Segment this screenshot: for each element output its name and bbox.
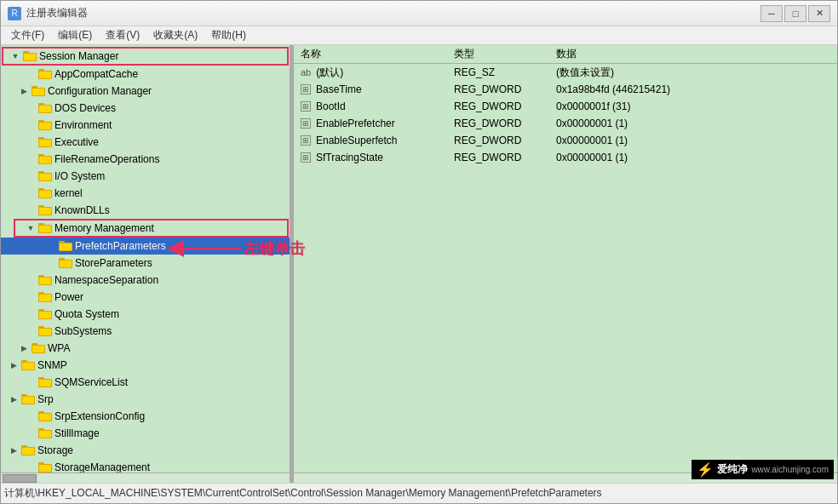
tree-item-label-srpextensionconfig: SrpExtensionConfig — [55, 410, 145, 422]
reg-icon-dword-sftracingstate: ⊞ — [301, 152, 311, 163]
tree-item-subsystems[interactable]: ▶ SubSystems — [1, 323, 290, 340]
tree-pane: ▼ Session Manager ▶ — [1, 45, 290, 483]
svg-rect-31 — [38, 223, 44, 226]
tree-item-snmp[interactable]: ▶ SNMP — [1, 357, 290, 374]
svg-rect-64 — [38, 411, 44, 414]
menu-help[interactable]: 帮助(H) — [204, 26, 253, 44]
tree-item-srpextensionconfig[interactable]: ▶ SrpExtensionConfig — [1, 408, 290, 425]
tree-item-label-appcompat: AppCompatCache — [55, 68, 138, 80]
tree-item-label-dosdevices: DOS Devices — [55, 102, 116, 114]
svg-rect-59 — [39, 380, 51, 387]
tree-item-sqmservicelist[interactable]: ▶ SQMServiceList — [1, 374, 290, 391]
tree-item-kernel[interactable]: ▶ kernel — [1, 185, 290, 202]
svg-rect-8 — [32, 89, 44, 95]
tree-item-label-knowndlls: KnownDLLs — [55, 204, 110, 216]
detail-cell-name-sftracingstate: ⊞ SfTracingState — [294, 152, 447, 163]
svg-rect-49 — [38, 326, 44, 329]
tree-item-stillimage[interactable]: ▶ StillImage — [1, 425, 290, 442]
reg-icon-dword-bootid: ⊞ — [301, 101, 311, 112]
detail-row-default[interactable]: ab (默认) REG_SZ (数值未设置) — [294, 64, 837, 81]
svg-rect-52 — [32, 343, 37, 346]
tree-item-dosdevices[interactable]: ▶ DOS Devices — [1, 100, 290, 117]
reg-icon-sz: ab — [301, 67, 311, 77]
tree-item-label-session-manager: Session Manager — [39, 50, 118, 62]
svg-rect-14 — [39, 123, 51, 129]
tree-item-storeparams[interactable]: ▶ StoreParameters — [1, 255, 290, 272]
folder-icon-filerename — [38, 153, 52, 165]
folder-icon-storage — [21, 444, 35, 456]
tree-item-label-filerename: FileRenameOperations — [55, 153, 159, 165]
tree-item-appcompat[interactable]: ▶ AppCompatCache — [1, 66, 290, 83]
close-button[interactable]: ✕ — [808, 5, 830, 22]
tree-scroll[interactable]: ▼ Session Manager ▶ — [1, 45, 290, 472]
tree-item-label-prefetchparams: PrefetchParameters — [75, 240, 166, 252]
menu-bar: 文件(F) 编辑(E) 查看(V) 收藏夹(A) 帮助(H) — [1, 26, 837, 45]
svg-rect-13 — [38, 120, 44, 123]
minimize-button[interactable]: ─ — [761, 5, 783, 22]
svg-rect-61 — [21, 394, 27, 397]
folder-icon-dosdevices — [38, 102, 52, 114]
detail-cell-type-enableprefetcher: REG_DWORD — [447, 117, 549, 129]
detail-row-enableprefetcher[interactable]: ⊞ EnablePrefetcher REG_DWORD 0x00000001 … — [294, 115, 837, 132]
tree-item-label-stillimage: StillImage — [55, 427, 100, 439]
expand-icon-srp: ▶ — [8, 393, 20, 405]
tree-item-storage[interactable]: ▶ Storage — [1, 442, 290, 459]
watermark-brand: 爱纯净 — [717, 462, 748, 477]
detail-row-sftracingstate[interactable]: ⊞ SfTracingState REG_DWORD 0x00000001 (1… — [294, 149, 837, 166]
svg-rect-5 — [39, 72, 51, 78]
tree-item-power[interactable]: ▶ Power — [1, 289, 290, 306]
tree-item-label-quotasystem: Quota System — [55, 308, 119, 320]
svg-rect-32 — [39, 226, 51, 232]
svg-rect-34 — [59, 241, 65, 243]
tree-item-memory-management[interactable]: ▼ Memory Management — [14, 220, 288, 237]
detail-cell-type-enablesuperfetch: REG_DWORD — [447, 135, 549, 146]
tree-item-filerename[interactable]: ▶ FileRenameOperations — [1, 151, 290, 168]
tree-item-configmgr[interactable]: ▶ Configuration Manager — [1, 83, 290, 100]
detail-row-basetime[interactable]: ⊞ BaseTime REG_DWORD 0x1a98b4fd (4462154… — [294, 81, 837, 98]
title-bar: R 注册表编辑器 ─ □ ✕ — [1, 1, 837, 26]
maximize-button[interactable]: □ — [784, 5, 806, 22]
tree-item-environment[interactable]: ▶ Environment — [1, 117, 290, 134]
svg-rect-29 — [39, 208, 51, 215]
tree-item-knowndlls[interactable]: ▶ KnownDLLs — [1, 202, 290, 219]
tree-item-label-memory-management: Memory Management — [55, 222, 154, 234]
tree-item-storagemgmt[interactable]: ▶ StorageManagement — [1, 459, 290, 472]
tree-item-wpa[interactable]: ▶ WPA — [1, 340, 290, 357]
tree-horizontal-scrollbar[interactable] — [1, 472, 290, 483]
folder-icon-storeparams — [59, 257, 72, 269]
detail-row-bootid[interactable]: ⊞ BootId REG_DWORD 0x0000001f (31) — [294, 98, 837, 115]
svg-rect-1 — [23, 51, 29, 54]
tree-item-quotasystem[interactable]: ▶ Quota System — [1, 306, 290, 323]
svg-rect-62 — [22, 397, 34, 404]
menu-favorites[interactable]: 收藏夹(A) — [146, 26, 204, 44]
detail-cell-type-default: REG_SZ — [447, 66, 549, 78]
svg-rect-55 — [21, 360, 27, 363]
watermark: ⚡ 爱纯净 www.aichunjing.com — [692, 460, 834, 479]
detail-header: 名称 类型 数据 — [294, 45, 837, 64]
folder-icon-srp — [21, 393, 35, 405]
svg-rect-73 — [38, 462, 44, 465]
menu-view[interactable]: 查看(V) — [99, 26, 146, 44]
col-header-type: 类型 — [447, 47, 549, 61]
tree-item-namespacesep[interactable]: ▶ NamespaceSeparation — [1, 272, 290, 289]
svg-rect-50 — [39, 329, 51, 335]
menu-file[interactable]: 文件(F) — [4, 26, 51, 44]
window-title: 注册表编辑器 — [26, 6, 88, 20]
tree-item-prefetchparams[interactable]: ▶ PrefetchParameters — [1, 238, 290, 255]
menu-edit[interactable]: 编辑(E) — [51, 26, 99, 44]
tree-item-executive[interactable]: ▶ Executive — [1, 134, 290, 151]
tree-item-srp[interactable]: ▶ Srp — [1, 391, 290, 408]
tree-item-label-iosystem: I/O System — [55, 170, 105, 182]
folder-icon-executive — [38, 136, 52, 148]
tree-item-iosystem[interactable]: ▶ I/O System — [1, 168, 290, 185]
detail-pane: 名称 类型 数据 ab (默认) REG_SZ (数值未设置) — [294, 45, 837, 483]
reg-icon-dword-enablesuperfetch: ⊞ — [301, 135, 311, 146]
detail-rows[interactable]: ab (默认) REG_SZ (数值未设置) ⊞ BaseTime REG_DW… — [294, 64, 837, 472]
expand-icon-configmgr: ▶ — [18, 85, 30, 97]
tree-item-session-manager[interactable]: ▼ Session Manager — [3, 48, 288, 65]
svg-rect-43 — [38, 292, 44, 295]
svg-rect-65 — [39, 414, 51, 421]
detail-cell-type-bootid: REG_DWORD — [447, 100, 549, 112]
detail-row-enablesuperfetch[interactable]: ⊞ EnableSuperfetch REG_DWORD 0x00000001 … — [294, 132, 837, 149]
folder-icon-knowndlls — [38, 204, 52, 216]
